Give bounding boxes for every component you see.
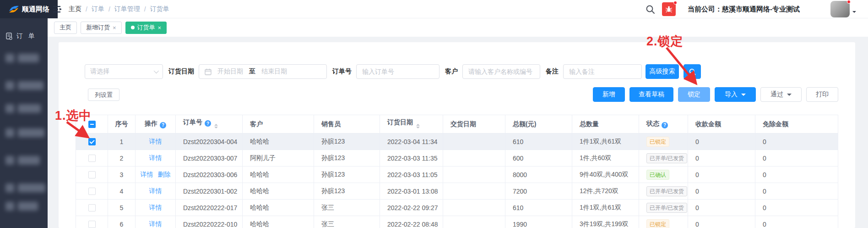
cell-total: 600 xyxy=(505,150,572,167)
cell-exempt: 0 xyxy=(755,167,838,183)
row-checkbox[interactable] xyxy=(88,171,96,178)
cell-order-no: Dzst20220301-002 xyxy=(176,183,243,200)
cell-received: 0 xyxy=(688,167,755,183)
cell-num: 6 xyxy=(108,216,136,228)
cell-salesman: 孙膑123 xyxy=(314,167,380,183)
cell-delivery-date xyxy=(443,183,505,200)
cell-salesman: 张三 xyxy=(314,200,380,216)
tab-home[interactable]: 主页 xyxy=(54,22,77,34)
chevron-down-icon xyxy=(741,94,746,98)
status-badge: 已锁定 xyxy=(646,219,669,228)
cell-qty: 1件1双,共61双 xyxy=(572,200,639,216)
close-icon[interactable]: × xyxy=(158,24,162,31)
cell-received: 0 xyxy=(688,150,755,167)
cell-order-date: 2022-02-22 09:27 xyxy=(380,200,443,216)
tab-bar: 主页 新增订货 × 订货单 × xyxy=(48,18,868,37)
customer-input[interactable] xyxy=(462,64,540,79)
filter-row: 请选择 订货日期 开始日期 至 结束日期 订单号 客户 备注 高级 xyxy=(85,64,701,79)
close-icon[interactable]: × xyxy=(113,24,116,31)
breadcrumb: 主页/订单/订单管理/订货单 xyxy=(69,0,169,18)
cell-qty: 1件1双,共61双 xyxy=(572,133,639,150)
search-icon[interactable] xyxy=(646,5,655,14)
row-checkbox[interactable] xyxy=(88,221,96,228)
remark-input[interactable] xyxy=(563,64,642,79)
row-action-link[interactable]: 详情 xyxy=(149,187,162,195)
chevron-down-icon[interactable] xyxy=(852,11,856,15)
advanced-search-button[interactable]: 高级搜索 xyxy=(646,64,679,79)
toolbar-row: 列设置 新增 查看草稿 锁定 导入 通过 打印 xyxy=(76,87,838,102)
content-area: 请选择 订货日期 开始日期 至 结束日期 订单号 客户 备注 高级 xyxy=(48,37,868,228)
cell-delivery-date xyxy=(443,216,505,228)
cell-total: 8000 xyxy=(505,167,572,183)
cell-num: 1 xyxy=(108,133,136,150)
row-action-link[interactable]: 详情 xyxy=(149,220,162,228)
order-no-input[interactable] xyxy=(356,64,439,79)
annotation-step1: 1.选中 xyxy=(55,107,92,124)
row-action-link[interactable]: 删除 xyxy=(158,171,171,178)
row-checkbox[interactable] xyxy=(88,138,96,145)
sidebar-collapse-icon[interactable] xyxy=(53,5,62,13)
breadcrumb-item[interactable]: 主页 xyxy=(69,5,81,13)
help-icon[interactable]: ? xyxy=(160,122,166,128)
row-checkbox[interactable] xyxy=(88,188,96,195)
row-action-link[interactable]: 详情 xyxy=(149,204,162,211)
print-button[interactable]: 打印 xyxy=(806,87,838,102)
cell-order-date: 2022-02-22 08:48 xyxy=(380,216,443,228)
avatar[interactable] xyxy=(830,1,850,17)
column-header-label: 交货日期 xyxy=(450,120,476,128)
row-action-link[interactable]: 详情 xyxy=(149,154,162,161)
breadcrumb-item[interactable]: 订单 xyxy=(92,5,104,13)
row-checkbox-cell xyxy=(76,216,108,228)
lock-button[interactable]: 锁定 xyxy=(678,87,710,102)
view-draft-button[interactable]: 查看草稿 xyxy=(629,87,673,102)
breadcrumb-item[interactable]: 订单管理 xyxy=(114,5,140,13)
sidebar-blurred-item xyxy=(5,128,44,137)
sidebar-item-orders[interactable]: 订 单 xyxy=(0,18,48,40)
tab-label: 订货单 xyxy=(137,23,155,32)
date-range-input[interactable]: 开始日期 至 结束日期 xyxy=(199,64,327,79)
chevron-down-icon xyxy=(787,94,792,98)
row-checkbox-cell xyxy=(76,150,108,167)
column-settings-button[interactable]: 列设置 xyxy=(88,89,119,101)
cell-salesman: 张三 xyxy=(314,216,380,228)
cell-order-no: Dzst20220303-007 xyxy=(176,150,243,167)
help-icon[interactable]: ? xyxy=(205,120,211,127)
column-header-label: 订单号 xyxy=(183,118,202,126)
import-button[interactable]: 导入 xyxy=(715,87,756,102)
table-header-cell: 状态? xyxy=(639,115,688,133)
row-action-link[interactable]: 详情 xyxy=(141,171,153,178)
row-checkbox[interactable] xyxy=(88,204,96,211)
cell-delivery-date xyxy=(443,150,505,167)
order-date-label: 订货日期 xyxy=(168,67,194,76)
sort-carets-icon[interactable] xyxy=(214,122,218,130)
cell-qty: 12件,共720双 xyxy=(572,183,639,200)
cell-ops: 详情 xyxy=(136,216,176,228)
sort-carets-icon[interactable] xyxy=(416,122,420,130)
add-button[interactable]: 新增 xyxy=(593,87,625,102)
column-header-label: 销售员 xyxy=(321,120,341,128)
tab-order-list[interactable]: 订货单 × xyxy=(125,22,167,34)
filter-select[interactable]: 请选择 xyxy=(85,64,163,79)
cell-exempt: 0 xyxy=(755,216,838,228)
breadcrumb-item[interactable]: 订货单 xyxy=(150,5,169,13)
bug-icon xyxy=(665,6,673,13)
sidebar-blurred-item xyxy=(5,81,43,90)
orders-table-wrap: 序号操作?订单号?客户销售员订货日期交货日期总额(元)总数量状态?收款金额免除金… xyxy=(76,115,838,228)
column-header-label: 订货日期 xyxy=(387,118,413,126)
cell-received: 0 xyxy=(688,216,755,228)
cell-total: 7200 xyxy=(505,183,572,200)
tab-new-order[interactable]: 新增订货 × xyxy=(81,22,122,34)
search-button[interactable] xyxy=(684,64,701,79)
table-row: 2详情Dzst20220303-007阿刚儿子孙膑1232022-03-03 1… xyxy=(76,150,838,167)
order-no-label: 订单号 xyxy=(332,67,352,76)
row-checkbox-cell xyxy=(76,183,108,200)
cell-delivery-date xyxy=(443,167,505,183)
app-logo: 顺通网络 xyxy=(0,0,58,18)
table-row: 3详情删除Dzst20220303-006哈哈哈孙膑1232022-03-03 … xyxy=(76,167,838,183)
help-icon[interactable]: ? xyxy=(662,122,668,128)
debug-bug-button[interactable] xyxy=(662,2,676,16)
row-checkbox[interactable] xyxy=(88,155,96,162)
row-action-link[interactable]: 详情 xyxy=(149,138,162,145)
approve-button[interactable]: 通过 xyxy=(760,87,802,102)
column-header-label: 序号 xyxy=(115,120,128,128)
